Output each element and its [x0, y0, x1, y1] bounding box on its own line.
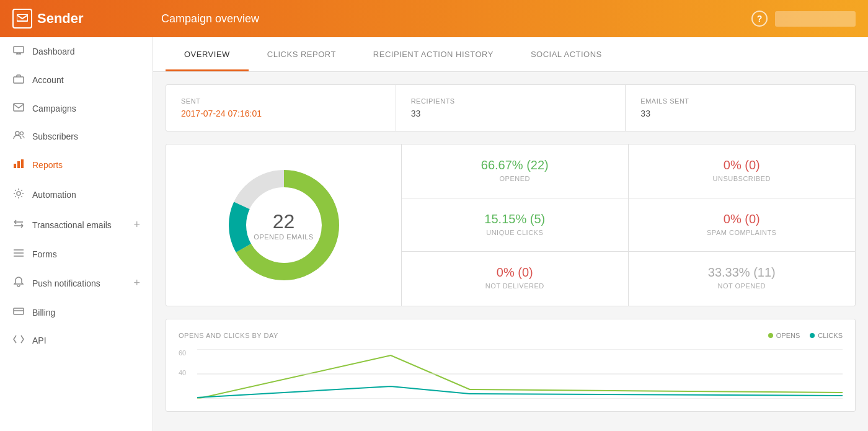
- donut-label: 22 OPENED EMAILS: [254, 210, 313, 241]
- clicks-legend-dot: [810, 333, 815, 338]
- stats-row: SENT 2017-07-24 07:16:01 RECIPIENTS 33 E…: [166, 84, 856, 131]
- bell-icon: [12, 277, 25, 290]
- sidebar-item-account[interactable]: Account: [0, 65, 153, 94]
- code-icon: [12, 335, 25, 345]
- svg-rect-6: [14, 104, 24, 111]
- sidebar-label-subscribers: Subscribers: [32, 131, 78, 141]
- svg-rect-1: [14, 47, 24, 53]
- list-icon: [12, 249, 25, 259]
- people-icon: [12, 131, 25, 141]
- svg-rect-16: [14, 308, 24, 314]
- content-area: OVERVIEW CLICKS REPORT RECIPIENT ACTION …: [153, 37, 868, 431]
- metrics-grid: 66.67% (22) OPENED 0% (0) UNSUBSCRIBED 1…: [402, 144, 855, 306]
- chart-header: OPENS AND CLICKS BY DAY OPENS CLICKS: [179, 332, 843, 339]
- sidebar-label-billing: Billing: [32, 308, 55, 318]
- sidebar-label-reports: Reports: [32, 160, 63, 170]
- stat-emails-sent: EMAILS SENT 33: [626, 85, 855, 131]
- main-layout: Dashboard Account Campaigns Subscribers: [0, 37, 868, 431]
- legend-clicks: CLICKS: [810, 332, 843, 339]
- opens-legend-dot: [768, 333, 773, 338]
- metric-opened-label: OPENED: [414, 175, 616, 182]
- page-title: Campaign overview: [161, 12, 751, 25]
- sidebar-label-push: Push notifications: [32, 278, 100, 288]
- metric-unsubscribed: 0% (0) UNSUBSCRIBED: [629, 144, 856, 198]
- donut-chart: 22 OPENED EMAILS: [222, 163, 346, 287]
- recipients-value: 33: [411, 109, 611, 118]
- sidebar-label-dashboard: Dashboard: [32, 47, 75, 56]
- tabs-bar: OVERVIEW CLICKS REPORT RECIPIENT ACTION …: [153, 37, 868, 72]
- gear-icon: [12, 188, 25, 201]
- donut-area: 22 OPENED EMAILS: [166, 144, 402, 306]
- metric-not-opened-value: 33.33% (11): [641, 265, 843, 280]
- svg-point-12: [17, 192, 20, 195]
- chart-y-40: 40: [179, 369, 186, 376]
- sidebar-item-campaigns[interactable]: Campaigns: [0, 94, 153, 122]
- tab-social[interactable]: SOCIAL ACTIONS: [512, 37, 621, 71]
- transactional-plus-button[interactable]: +: [133, 218, 140, 231]
- card-icon: [12, 307, 25, 318]
- clicks-legend-label: CLICKS: [818, 332, 843, 339]
- sidebar-label-campaigns: Campaigns: [32, 104, 76, 113]
- svg-rect-9: [14, 164, 16, 168]
- sent-value: 2017-07-24 07:16:01: [181, 109, 381, 118]
- metric-spam: 0% (0) SPAM COMPLAINTS: [629, 198, 856, 252]
- metric-unique-clicks: 15.15% (5) UNIQUE CLICKS: [402, 198, 629, 252]
- top-header: Sender Campaign overview ?: [0, 0, 868, 37]
- sidebar-item-dashboard[interactable]: Dashboard: [0, 37, 153, 65]
- sidebar-label-transactional: Transactional emails: [32, 220, 112, 230]
- sidebar-item-api[interactable]: API: [0, 326, 153, 354]
- sidebar-item-subscribers[interactable]: Subscribers: [0, 122, 153, 150]
- chart-legend: OPENS CLICKS: [768, 332, 843, 339]
- sidebar-item-billing[interactable]: Billing: [0, 298, 153, 326]
- stat-recipients: RECIPIENTS 33: [396, 85, 626, 131]
- overview-grid: 22 OPENED EMAILS 66.67% (22) OPENED 0% (…: [166, 144, 856, 306]
- chart-area: 60 40: [179, 349, 843, 399]
- svg-rect-5: [14, 77, 24, 83]
- svg-rect-10: [17, 161, 20, 168]
- chart-title: OPENS AND CLICKS BY DAY: [179, 332, 278, 339]
- logo-text: Sender: [37, 11, 84, 27]
- metric-unique-clicks-value: 15.15% (5): [414, 212, 616, 226]
- arrows-icon: [12, 219, 25, 231]
- svg-point-7: [16, 131, 19, 135]
- help-button[interactable]: ?: [751, 11, 768, 27]
- email-icon: [12, 103, 25, 113]
- tab-overview[interactable]: OVERVIEW: [166, 37, 249, 71]
- donut-number: 22: [254, 210, 313, 233]
- header-right: ?: [751, 11, 856, 27]
- push-plus-button[interactable]: +: [133, 277, 140, 290]
- chart-section: OPENS AND CLICKS BY DAY OPENS CLICKS 60 …: [166, 319, 856, 412]
- metric-not-delivered: 0% (0) NOT DELIVERED: [402, 252, 629, 306]
- sidebar-label-api: API: [32, 335, 46, 345]
- sidebar-item-push[interactable]: Push notifications +: [0, 268, 153, 298]
- sidebar-item-automation[interactable]: Automation: [0, 179, 153, 210]
- sidebar-label-forms: Forms: [32, 249, 57, 259]
- metric-unique-clicks-label: UNIQUE CLICKS: [414, 229, 616, 236]
- svg-rect-11: [21, 159, 24, 168]
- donut-text: OPENED EMAILS: [254, 233, 313, 241]
- metric-unsubscribed-label: UNSUBSCRIBED: [641, 175, 843, 182]
- sidebar-item-reports[interactable]: Reports: [0, 150, 153, 179]
- metric-unsubscribed-value: 0% (0): [641, 158, 843, 172]
- briefcase-icon: [12, 74, 25, 86]
- logo-area: Sender: [12, 9, 161, 29]
- metric-opened-value: 66.67% (22): [414, 158, 616, 172]
- monitor-icon: [12, 46, 25, 56]
- sidebar-label-account: Account: [32, 75, 64, 85]
- metric-not-opened: 33.33% (11) NOT OPENED: [629, 252, 856, 306]
- sent-label: SENT: [181, 97, 381, 105]
- emails-sent-value: 33: [640, 109, 840, 118]
- opens-legend-label: OPENS: [776, 332, 800, 339]
- search-input[interactable]: [775, 11, 856, 27]
- tab-clicks[interactable]: CLICKS REPORT: [249, 37, 355, 71]
- metric-not-opened-label: NOT OPENED: [641, 282, 843, 290]
- bar-chart-icon: [12, 159, 25, 171]
- sidebar-item-transactional[interactable]: Transactional emails +: [0, 210, 153, 240]
- legend-opens: OPENS: [768, 332, 800, 339]
- tab-recipient[interactable]: RECIPIENT ACTION HISTORY: [355, 37, 512, 71]
- logo-icon: [12, 9, 32, 29]
- sidebar-label-automation: Automation: [32, 190, 76, 200]
- metric-opened: 66.67% (22) OPENED: [402, 144, 629, 198]
- svg-point-8: [20, 132, 24, 135]
- sidebar-item-forms[interactable]: Forms: [0, 240, 153, 268]
